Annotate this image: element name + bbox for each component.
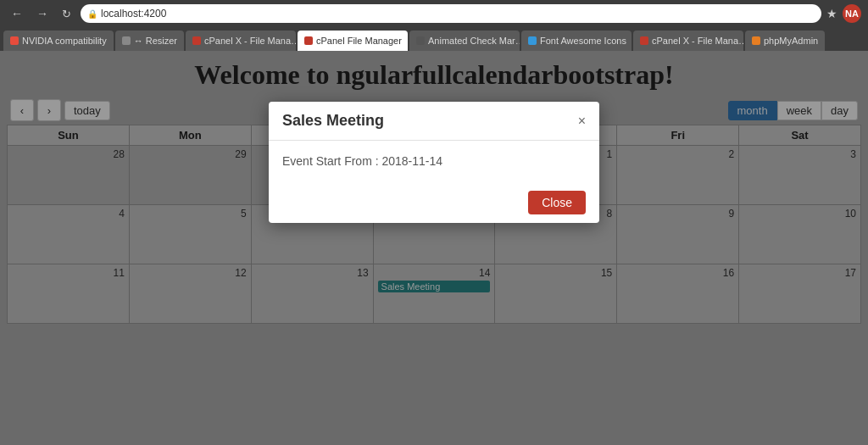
tab-favicon	[122, 36, 131, 45]
profile-avatar[interactable]: NA	[843, 4, 861, 23]
tabs-bar: NVIDIA compatibility↔ ResizercPanel X - …	[0, 27, 868, 51]
tab-label: NVIDIA compatibility	[22, 36, 107, 46]
tab-label: Animated Check Mar…	[428, 36, 520, 46]
app-content: Welcome to ngularfullcalendarbootstrap! …	[0, 51, 868, 445]
url-text: localhost:4200	[101, 8, 166, 19]
address-bar[interactable]: 🔒 localhost:4200	[81, 4, 821, 23]
event-modal: Sales Meeting × Event Start From : 2018-…	[269, 102, 599, 223]
tab-favicon	[528, 36, 537, 45]
browser-tab[interactable]: cPanel X - File Mana…	[633, 31, 743, 51]
browser-toolbar: ← → ↻ 🔒 localhost:4200 ★ NA	[0, 0, 868, 27]
tab-favicon	[752, 36, 760, 45]
browser-tab[interactable]: cPanel X - File Mana…	[186, 31, 296, 51]
modal-title: Sales Meeting	[282, 112, 384, 130]
tab-favicon	[640, 36, 648, 45]
modal-header: Sales Meeting ×	[269, 102, 599, 141]
browser-tab[interactable]: Animated Check Mar…	[409, 31, 520, 51]
tab-label: cPanel X - File Mana…	[204, 36, 296, 46]
browser-tab[interactable]: phpMyAdmin	[745, 31, 825, 51]
tab-favicon	[192, 36, 201, 45]
tab-label: ↔ Resizer	[134, 36, 177, 46]
modal-footer: Close	[269, 181, 599, 223]
tab-favicon	[416, 36, 425, 45]
modal-overlay: Sales Meeting × Event Start From : 2018-…	[0, 51, 868, 445]
modal-close-x-button[interactable]: ×	[578, 114, 586, 128]
close-button[interactable]: Close	[528, 191, 586, 214]
tab-label: cPanel File Manager	[316, 36, 402, 46]
browser-tab[interactable]: cPanel File Manager	[298, 31, 408, 51]
browser-tab[interactable]: Font Awesome Icons	[521, 31, 632, 51]
browser-tab[interactable]: ↔ Resizer	[115, 31, 184, 51]
tab-favicon	[10, 36, 19, 45]
browser-tab[interactable]: NVIDIA compatibility	[3, 31, 114, 51]
forward-button[interactable]: →	[32, 5, 53, 22]
event-start-text: Event Start From : 2018-11-14	[282, 154, 442, 168]
lock-icon: 🔒	[87, 9, 97, 19]
tab-label: Font Awesome Icons	[540, 36, 626, 46]
back-button[interactable]: ←	[7, 5, 27, 22]
tab-favicon	[304, 36, 313, 45]
reload-button[interactable]: ↻	[58, 6, 75, 22]
bookmark-button[interactable]: ★	[826, 7, 837, 20]
tab-label: cPanel X - File Mana…	[652, 36, 743, 46]
tab-label: phpMyAdmin	[764, 36, 818, 46]
modal-body: Event Start From : 2018-11-14	[269, 141, 599, 181]
browser-chrome: ← → ↻ 🔒 localhost:4200 ★ NA NVIDIA compa…	[0, 0, 868, 51]
